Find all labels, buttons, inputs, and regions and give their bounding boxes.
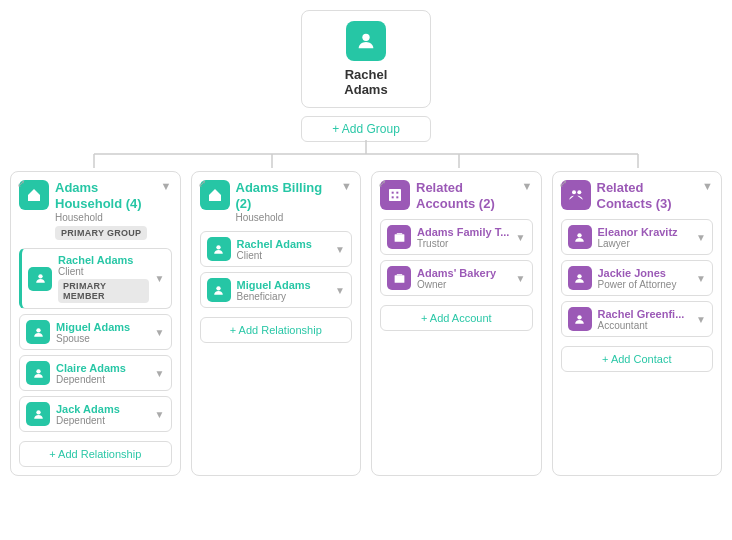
col-4-title: Related Contacts (3) [597, 180, 703, 211]
member-role: Lawyer [598, 238, 691, 249]
member-role: Accountant [598, 320, 691, 331]
member-row: Rachel Adams Client PRIMARY MEMBER ▼ [19, 248, 172, 309]
svg-point-21 [577, 190, 581, 194]
member-name: Claire Adams [56, 362, 149, 374]
col-1-badge: PRIMARY GROUP [55, 226, 147, 240]
member-chevron[interactable]: ▼ [696, 232, 706, 243]
member-row: Miguel Adams Spouse ▼ [19, 314, 172, 350]
account-icon [387, 225, 411, 249]
root-name: Rachel Adams [322, 67, 410, 97]
member-name: Rachel Adams [237, 238, 330, 250]
member-row: Eleanor Kravitz Lawyer ▼ [561, 219, 714, 255]
col-4-chevron[interactable]: ▼ [702, 180, 713, 192]
svg-point-10 [36, 410, 40, 414]
member-role: Dependent [56, 415, 149, 426]
member-chevron[interactable]: ▼ [155, 368, 165, 379]
member-name: Rachel Adams [58, 254, 149, 266]
member-person-icon [28, 267, 52, 291]
member-chevron[interactable]: ▼ [155, 409, 165, 420]
expand-icon-1[interactable]: ⤢ [17, 178, 25, 189]
member-chevron[interactable]: ▼ [335, 285, 345, 296]
member-role: Beneficiary [237, 291, 330, 302]
member-chevron[interactable]: ▼ [335, 244, 345, 255]
columns-container: ⤢ Adams Household (4) Household PRIMARY … [10, 171, 722, 476]
svg-point-24 [577, 315, 581, 319]
member-chevron[interactable]: ▼ [155, 273, 165, 284]
svg-point-8 [36, 328, 40, 332]
member-row: Miguel Adams Beneficiary ▼ [200, 272, 353, 308]
member-name: Miguel Adams [56, 321, 149, 333]
member-person-icon [207, 237, 231, 261]
col-1-title: Adams Household (4) [55, 180, 161, 211]
svg-point-23 [577, 274, 581, 278]
add-relationship-button-2[interactable]: + Add Relationship [200, 317, 353, 343]
adams-household-card: ⤢ Adams Household (4) Household PRIMARY … [10, 171, 181, 476]
member-person-icon [26, 320, 50, 344]
col-3-chevron[interactable]: ▼ [522, 180, 533, 192]
svg-rect-17 [396, 196, 398, 198]
member-name: Eleanor Kravitz [598, 226, 691, 238]
svg-rect-16 [392, 196, 394, 198]
member-name: Adams Family T... [417, 226, 510, 238]
member-person-icon [26, 361, 50, 385]
add-contact-button[interactable]: + Add Contact [561, 346, 714, 372]
expand-icon-3[interactable]: ⤢ [378, 178, 386, 189]
add-account-button[interactable]: + Add Account [380, 305, 533, 331]
member-row: Rachel Adams Client ▼ [200, 231, 353, 267]
member-name: Rachel Greenfi... [598, 308, 691, 320]
svg-point-11 [216, 245, 220, 249]
member-chevron[interactable]: ▼ [696, 273, 706, 284]
adams-billing-card: ⤢ Adams Billing (2) Household ▼ [191, 171, 362, 476]
member-row: Jackie Jones Power of Attorney ▼ [561, 260, 714, 296]
member-role: Power of Attorney [598, 279, 691, 290]
col-2-title: Adams Billing (2) [236, 180, 342, 211]
member-role: Client [58, 266, 149, 277]
member-name: Jackie Jones [598, 267, 691, 279]
col-3-title: Related Accounts (2) [416, 180, 522, 211]
col-1-chevron[interactable]: ▼ [161, 180, 172, 192]
svg-point-20 [572, 190, 576, 194]
member-role: Client [237, 250, 330, 261]
member-role: Dependent [56, 374, 149, 385]
member-chevron[interactable]: ▼ [516, 232, 526, 243]
member-name: Adams' Bakery [417, 267, 510, 279]
svg-rect-13 [389, 189, 401, 201]
member-row: Jack Adams Dependent ▼ [19, 396, 172, 432]
svg-rect-14 [392, 192, 394, 194]
svg-point-9 [36, 369, 40, 373]
col-1-subtitle: Household [55, 212, 161, 223]
member-role: Spouse [56, 333, 149, 344]
member-row: Rachel Greenfi... Accountant ▼ [561, 301, 714, 337]
member-row: Adams' Bakery Owner ▼ [380, 260, 533, 296]
member-person-icon [26, 402, 50, 426]
svg-rect-15 [396, 192, 398, 194]
col-2-chevron[interactable]: ▼ [341, 180, 352, 192]
contact-icon [568, 307, 592, 331]
expand-icon-2[interactable]: ⤢ [198, 178, 206, 189]
member-name: Jack Adams [56, 403, 149, 415]
member-role: Trustor [417, 238, 510, 249]
svg-point-22 [577, 233, 581, 237]
related-accounts-card: ⤢ Related Accounts (2) ▼ Adams Fami [371, 171, 542, 476]
tree-connector [10, 140, 722, 168]
primary-member-badge: PRIMARY MEMBER [58, 279, 149, 303]
add-group-button[interactable]: + Add Group [301, 116, 431, 142]
account-icon [387, 266, 411, 290]
root-card: Rachel Adams [301, 10, 431, 108]
svg-point-0 [362, 34, 369, 41]
member-row: Claire Adams Dependent ▼ [19, 355, 172, 391]
svg-rect-18 [394, 234, 404, 242]
member-row: Adams Family T... Trustor ▼ [380, 219, 533, 255]
contact-icon [568, 225, 592, 249]
svg-point-12 [216, 286, 220, 290]
svg-point-7 [38, 274, 42, 278]
member-chevron[interactable]: ▼ [696, 314, 706, 325]
add-relationship-button-1[interactable]: + Add Relationship [19, 441, 172, 467]
member-chevron[interactable]: ▼ [516, 273, 526, 284]
member-chevron[interactable]: ▼ [155, 327, 165, 338]
col-2-subtitle: Household [236, 212, 342, 223]
expand-icon-4[interactable]: ⤢ [559, 178, 567, 189]
member-role: Owner [417, 279, 510, 290]
member-name: Miguel Adams [237, 279, 330, 291]
root-person-icon [346, 21, 386, 61]
